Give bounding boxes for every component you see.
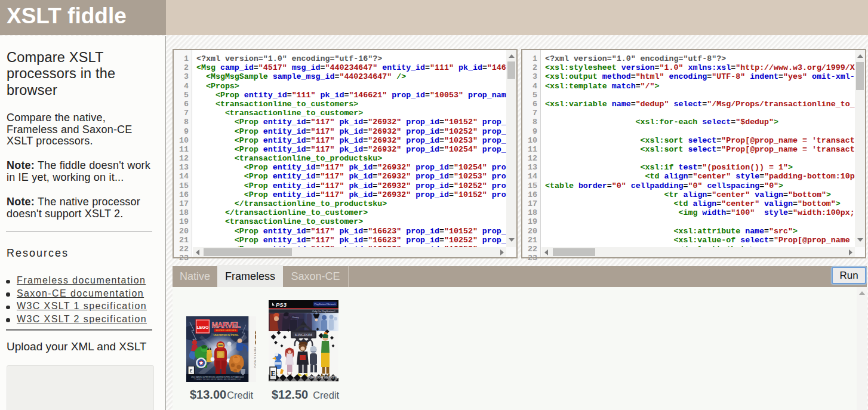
svg-text:LEGO: LEGO	[197, 325, 209, 329]
svg-text:Only On PlayStation®: Only On PlayStation®	[312, 310, 335, 313]
svg-text:3DS: 3DS	[254, 331, 256, 346]
svg-text:Disney: Disney	[293, 316, 299, 319]
svg-text:LEGO MARVEL SUPER HEROES: UNIV: LEGO MARVEL SUPER HEROES: UNIVERSE IN PE…	[191, 376, 244, 378]
svg-text:E: E	[190, 369, 193, 373]
svg-text:MARVEL: MARVEL	[212, 321, 241, 329]
svg-text:PlayStation®Network: PlayStation®Network	[315, 303, 336, 306]
svg-text:KINGDOM HEARTS: KINGDOM HEARTS	[308, 375, 337, 379]
svg-text:SUPER HEROES: SUPER HEROES	[216, 329, 236, 332]
svg-text:UNIVERSE IN PERIL: UNIVERSE IN PERIL	[213, 334, 239, 337]
svg-text:NINTENDO: NINTENDO	[254, 347, 257, 368]
svg-text:KINGDOM: KINGDOM	[295, 333, 313, 337]
svg-text:PS3: PS3	[276, 301, 287, 308]
svg-text:TT GAMES. THE LEGO GROUP. MARV: TT GAMES. THE LEGO GROUP. MARVEL AND WB …	[194, 378, 241, 381]
svg-text:E: E	[270, 369, 275, 378]
